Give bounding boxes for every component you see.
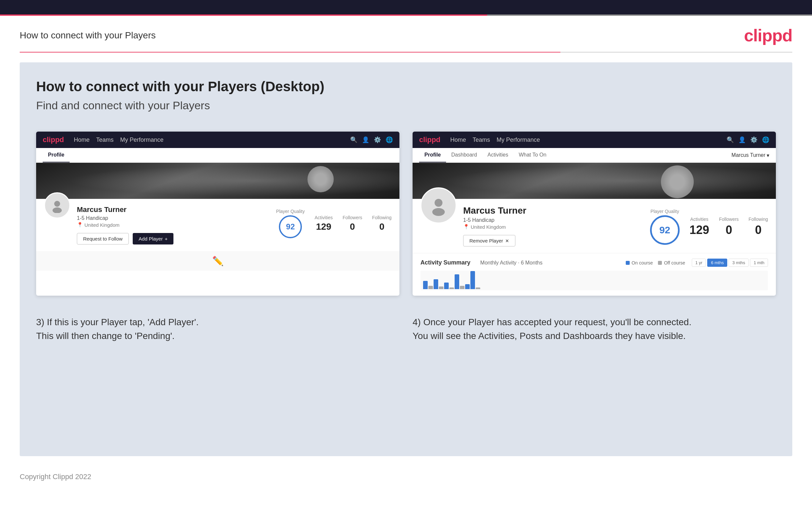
left-nav-home[interactable]: Home	[74, 136, 90, 144]
left-tabs: Profile	[36, 148, 399, 163]
screenshot-left: clippd Home Teams My Performance 🔍 👤 ⚙️ …	[36, 131, 399, 296]
dropdown-chevron-icon: ▾	[767, 152, 769, 159]
request-to-follow-button[interactable]: Request to Follow	[77, 233, 129, 244]
chart-bar	[476, 287, 480, 289]
left-banner	[36, 163, 399, 199]
left-nav-my-performance[interactable]: My Performance	[120, 136, 164, 144]
left-tab-profile[interactable]: Profile	[43, 148, 70, 162]
chart-bar	[449, 287, 454, 289]
activity-period: Monthly Activity · 6 Months	[480, 260, 542, 266]
right-navbar: clippd Home Teams My Performance 🔍 👤 ⚙️ …	[413, 131, 776, 148]
right-nav-my-performance[interactable]: My Performance	[497, 136, 540, 144]
activity-summary-title: Activity Summary	[420, 259, 470, 266]
add-player-label: Add Player	[139, 236, 163, 241]
right-nav-icons: 🔍 👤 ⚙️ 🌐	[726, 136, 769, 144]
right-action-buttons: Remove Player ✕	[463, 235, 644, 246]
left-nav-links: Home Teams My Performance	[74, 136, 164, 144]
right-followers-label: Followers	[719, 217, 739, 222]
right-player-location: 📍 United Kingdom	[463, 224, 644, 230]
user-icon[interactable]: 👤	[362, 136, 369, 144]
right-followers-value: 0	[719, 223, 739, 237]
right-activities-label: Activities	[690, 217, 709, 222]
svg-point-3	[432, 208, 445, 216]
right-followers-stat: Followers 0	[719, 217, 739, 237]
legend-off-course: Off course	[658, 260, 685, 266]
settings-icon[interactable]: ⚙️	[374, 136, 381, 144]
time-btn-6mths[interactable]: 6 mths	[707, 259, 727, 267]
clippd-logo: clippd	[744, 25, 792, 45]
globe-icon[interactable]: 🌐	[386, 136, 393, 144]
location-pin-icon: 📍	[77, 222, 83, 228]
left-avatar	[44, 192, 70, 219]
legend-on-course: On course	[626, 260, 653, 266]
add-player-button[interactable]: Add Player +	[133, 233, 173, 244]
right-nav-links: Home Teams My Performance	[450, 136, 540, 144]
right-player-quality: Player Quality 92	[650, 209, 679, 245]
left-profile-section: Marcus Turner 1-5 Handicap 📍 United King…	[36, 199, 399, 251]
right-quality-circle: 92	[650, 215, 679, 245]
screenshot-right: clippd Home Teams My Performance 🔍 👤 ⚙️ …	[413, 131, 776, 296]
screenshots-row: clippd Home Teams My Performance 🔍 👤 ⚙️ …	[36, 131, 776, 296]
right-search-icon[interactable]: 🔍	[726, 136, 734, 144]
right-app-logo: clippd	[419, 135, 441, 144]
off-course-dot	[658, 261, 662, 265]
right-tab-profile[interactable]: Profile	[419, 148, 446, 162]
banner-circle-1	[307, 166, 334, 192]
description-left: 3) If this is your Player tap, 'Add Play…	[36, 315, 399, 343]
copyright-text: Copyright Clippd 2022	[20, 472, 91, 481]
on-course-dot	[626, 261, 630, 265]
left-activities-label: Activities	[315, 215, 333, 220]
right-user-dropdown[interactable]: Marcus Turner ▾	[731, 148, 769, 162]
right-tab-what-to-on[interactable]: What To On	[513, 148, 552, 162]
svg-point-0	[54, 201, 60, 207]
description-right: 4) Once your Player has accepted your re…	[413, 315, 776, 343]
right-avatar	[420, 187, 457, 223]
activity-chart	[420, 271, 768, 290]
activity-legend: On course Off course	[626, 260, 685, 266]
time-btn-3mths[interactable]: 3 mths	[728, 259, 749, 267]
descriptions-row: 3) If this is your Player tap, 'Add Play…	[36, 315, 776, 343]
right-location-pin-icon: 📍	[463, 224, 469, 230]
page-header: How to connect with your Players clippd	[0, 16, 812, 52]
left-action-buttons: Request to Follow Add Player +	[77, 233, 270, 244]
activity-summary-header: Activity Summary Monthly Activity · 6 Mo…	[420, 259, 768, 267]
left-nav-teams[interactable]: Teams	[96, 136, 114, 144]
right-globe-icon[interactable]: 🌐	[762, 136, 769, 144]
right-activity-summary: Activity Summary Monthly Activity · 6 Mo…	[413, 253, 776, 296]
right-tab-dashboard[interactable]: Dashboard	[446, 148, 482, 162]
remove-player-button[interactable]: Remove Player ✕	[463, 235, 515, 246]
right-activities-stat: Activities 129	[690, 217, 709, 237]
right-settings-icon[interactable]: ⚙️	[750, 136, 757, 144]
left-nav-icons: 🔍 👤 ⚙️ 🌐	[350, 136, 393, 144]
right-player-handicap: 1-5 Handicap	[463, 217, 644, 223]
right-profile-info: Marcus Turner 1-5 Handicap 📍 United King…	[463, 206, 644, 246]
search-icon[interactable]: 🔍	[350, 136, 357, 144]
right-nav-teams[interactable]: Teams	[473, 136, 490, 144]
chart-bar	[470, 271, 475, 289]
top-bar	[0, 0, 812, 16]
right-user-icon[interactable]: 👤	[739, 136, 746, 144]
right-banner-circle	[661, 165, 694, 198]
left-app-logo: clippd	[43, 135, 64, 144]
plus-icon: +	[164, 236, 167, 241]
left-following-stat: Following 0	[372, 215, 392, 232]
left-navbar: clippd Home Teams My Performance 🔍 👤 ⚙️ …	[36, 131, 399, 148]
left-bottom-area: ✏️	[36, 251, 399, 271]
close-icon: ✕	[505, 238, 509, 243]
right-activities-value: 129	[690, 223, 709, 237]
right-banner	[413, 163, 776, 199]
remove-player-label: Remove Player	[469, 238, 503, 243]
right-quality-label: Player Quality	[650, 209, 679, 214]
left-quality-circle: 92	[279, 215, 302, 238]
right-player-name: Marcus Turner	[463, 206, 644, 216]
page-footer: Copyright Clippd 2022	[0, 466, 812, 488]
time-btn-1yr[interactable]: 1 yr	[692, 259, 706, 267]
chart-bar	[439, 286, 444, 289]
left-player-quality: Player Quality 92	[276, 209, 305, 238]
main-content: How to connect with your Players (Deskto…	[20, 62, 792, 456]
left-followers-value: 0	[343, 222, 362, 232]
right-tab-activities[interactable]: Activities	[482, 148, 513, 162]
time-btn-1mth[interactable]: 1 mth	[750, 259, 768, 267]
right-nav-home[interactable]: Home	[450, 136, 466, 144]
top-bar-stripe	[0, 14, 812, 16]
